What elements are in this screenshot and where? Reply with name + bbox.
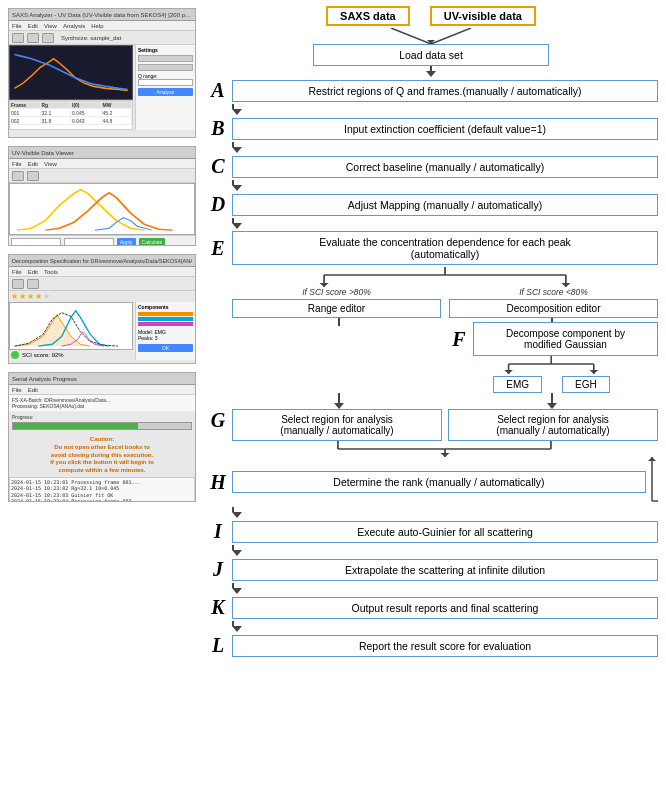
left-screenshots-column: SAXS Analyzer - UV Data (UV-Visible data… — [0, 0, 200, 797]
ss1-menu-file[interactable]: File — [12, 23, 22, 29]
ss1-toolbar-label: Synthsize: sample_dat — [61, 35, 121, 41]
ss3-chart[interactable] — [9, 302, 133, 350]
data-sources-row: SAXS data UV-visible data — [204, 6, 658, 26]
ss1-layout: Frame Rg I(0) MW 001 32.1 0.045 45.2 002… — [9, 45, 195, 130]
step-c-box: Correct baseline (manually / automatical… — [232, 156, 658, 178]
step-h-box: Determine the rank (manually / automatic… — [232, 471, 646, 493]
ss4-menu-file[interactable]: File — [12, 387, 22, 393]
ss2-controls[interactable]: Apply Calculate — [9, 235, 195, 246]
step-h-text: Determine the rank (manually / automatic… — [333, 476, 544, 488]
ss3-menu-edit[interactable]: Edit — [28, 269, 38, 275]
g-left-box: Select region for analysis (manually / a… — [232, 409, 442, 441]
ss3-ok-btn[interactable]: OK — [138, 344, 193, 352]
star-5-empty: ★ — [43, 292, 50, 301]
ss1-menu[interactable]: File Edit View Analysis Help — [9, 21, 195, 31]
ss1-tool-btn-1[interactable] — [12, 33, 24, 43]
svg-marker-5 — [561, 283, 570, 287]
ss2-layout: Apply Calculate — [9, 183, 195, 246]
ss2-tool-btn-1[interactable] — [12, 171, 24, 181]
range-editor-box: Range editor — [232, 299, 441, 318]
step-d-box: Adjust Mapping (manually / automatically… — [232, 194, 658, 216]
step-a-row: A Restrict regions of Q and frames.(manu… — [204, 79, 658, 102]
branch-section: If SCI score >80% Range editor If SCI sc… — [204, 267, 658, 318]
step-b-row: B Input extinction coefficient (default … — [204, 117, 658, 140]
conn-g-right — [551, 393, 553, 403]
ss3-tool-btn-2[interactable] — [27, 279, 39, 289]
ss3-menu[interactable]: File Edit Tools — [9, 267, 195, 277]
ss4-menu[interactable]: File Edit — [9, 385, 195, 395]
i-letter: I — [204, 520, 232, 543]
flowchart-column: SAXS data UV-visible data Load data set … — [200, 0, 666, 797]
gauge-label: SCI score: 92% — [22, 352, 64, 358]
ss1-toolbar[interactable]: Synthsize: sample_dat — [9, 31, 195, 45]
ss2-chart[interactable] — [9, 183, 195, 235]
screenshot-saxs-analyzer[interactable]: SAXS Analyzer - UV Data (UV-Visible data… — [8, 8, 196, 138]
ss2-menu-view[interactable]: View — [44, 161, 57, 167]
ss2-toolbar[interactable] — [9, 169, 195, 183]
l-letter: L — [204, 634, 232, 657]
ss2-menu-file[interactable]: File — [12, 161, 22, 167]
ss2-range-input[interactable] — [11, 238, 61, 246]
log-line: 2024-01-15 10:23:04 Processing frame 002… — [11, 498, 193, 502]
ss1-analysis-btn[interactable]: Analyze — [138, 88, 193, 96]
branch-right-col: If SCI score <80% Decomposition editor — [449, 287, 658, 318]
ss4-menu-edit[interactable]: Edit — [28, 387, 38, 393]
step-e-letter: E — [204, 237, 232, 260]
ss1-chart-svg — [10, 46, 132, 99]
load-dataset-box: Load data set — [313, 44, 549, 66]
ss2-tool-btn-2[interactable] — [27, 171, 39, 181]
emg-egh-split — [466, 356, 636, 374]
decomp-peak-1 — [15, 315, 90, 347]
step-j-box: Extrapolate the scattering at infinite d… — [232, 559, 658, 581]
ss2-apply-btn[interactable]: Apply — [117, 238, 136, 246]
ss3-layout: SCI score: 92% Components Model: EMG Pea… — [9, 302, 195, 360]
ss2-range-input-2[interactable] — [64, 238, 114, 246]
load-dataset-label: Load data set — [399, 49, 463, 61]
step-k-row: K Output result reports and final scatte… — [204, 596, 658, 619]
step-l-box: Report the result score for evaluation — [232, 635, 658, 657]
step-d-text: Adjust Mapping (manually / automatically… — [348, 199, 542, 211]
ss2-menu[interactable]: File Edit View — [9, 159, 195, 169]
decomp-editor-box: Decomposition editor — [449, 299, 658, 318]
ss3-tool-btn-1[interactable] — [12, 279, 24, 289]
screenshot-serial-analysis[interactable]: Serial Analysis Progress File Edit FS-XA… — [8, 372, 196, 502]
ss3-right-panel: Components Model: EMG Peaks: 3 OK — [135, 302, 195, 360]
ss3-menu-file[interactable]: File — [12, 269, 22, 275]
decomp-editor-label: Decomposition editor — [507, 303, 601, 314]
ss1-menu-view[interactable]: View — [44, 23, 57, 29]
ss1-chart[interactable] — [9, 45, 133, 100]
f-letter: F — [445, 328, 473, 351]
step-l-text: Report the result score for evaluation — [359, 640, 531, 652]
conn-from-range — [338, 318, 340, 326]
step-c-row: C Correct baseline (manually / automatic… — [204, 155, 658, 178]
top-converge-arrows — [204, 28, 658, 44]
ss3-chart-svg — [10, 303, 132, 349]
step-a-letter: A — [204, 79, 232, 102]
ss3-menu-tools[interactable]: Tools — [44, 269, 58, 275]
ss1-menu-help[interactable]: Help — [91, 23, 103, 29]
blue-curve — [14, 54, 127, 89]
star-1: ★ — [11, 292, 18, 301]
step-h-row: H Determine the rank (manually / automat… — [204, 457, 658, 507]
arrow-i — [232, 512, 242, 518]
j-letter: J — [204, 558, 232, 581]
ss1-menu-edit[interactable]: Edit — [28, 23, 38, 29]
ss1-tool-btn-3[interactable] — [42, 33, 54, 43]
ss1-menu-analysis[interactable]: Analysis — [63, 23, 85, 29]
h-letter: H — [204, 471, 232, 494]
step-d-letter: D — [204, 193, 232, 216]
decompose-box: Decompose component by modified Gaussian — [473, 322, 658, 356]
screenshot-decomp-spec[interactable]: Decomposition Specification for DRivenmo… — [8, 254, 196, 364]
ss3-toolbar[interactable] — [9, 277, 195, 291]
ss4-progress-bar — [12, 422, 192, 430]
back-arrow-h — [646, 457, 658, 507]
star-2: ★ — [19, 292, 26, 301]
screenshot-uv-viewer[interactable]: UV-Visible Data Viewer File Edit View — [8, 146, 196, 246]
ss2-menu-edit[interactable]: Edit — [28, 161, 38, 167]
ss1-tool-btn-2[interactable] — [27, 33, 39, 43]
ss1-title-bar: SAXS Analyzer - UV Data (UV-Visible data… — [9, 9, 195, 21]
ss1-table[interactable]: Frame Rg I(0) MW 001 32.1 0.045 45.2 002… — [9, 100, 133, 130]
ss2-calc-btn[interactable]: Calculate — [139, 238, 166, 246]
step-e-text: Evaluate the concentration dependence fo… — [319, 236, 571, 260]
ss4-progress-section: Progress: — [9, 412, 195, 434]
